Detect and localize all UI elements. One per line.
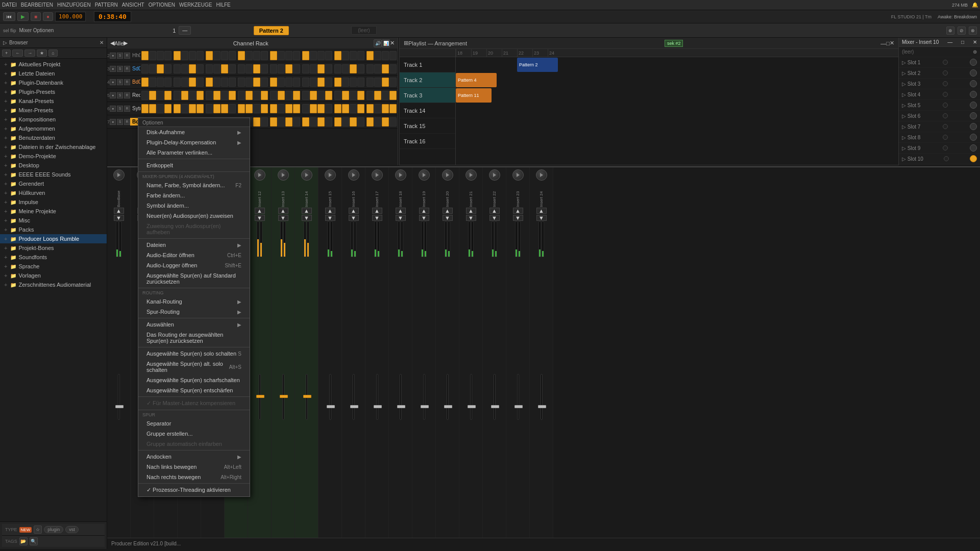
cm-entkoppelt[interactable]: Entkoppelt [138,160,250,170]
bmix-arrow-dn-14[interactable]: ▼ [443,215,453,221]
beat-4-28[interactable] [366,104,374,113]
slot-send-9[interactable] [944,156,949,161]
bmix-arrow-dn-18[interactable]: ▼ [536,215,547,221]
beat-4-11[interactable] [229,104,236,113]
beat-1-10[interactable] [221,64,228,73]
bmix-arrow-dn-8[interactable]: ▼ [302,215,312,221]
beat-5-24[interactable] [334,117,341,127]
cm-standard-zuruecksetzen[interactable]: Ausgewählte Spur(en) auf Standard zurück… [138,270,250,287]
beat-3-21[interactable] [310,91,317,100]
beat-2-22[interactable] [317,78,325,87]
beat-1-25[interactable] [342,64,349,73]
beat-2-11[interactable] [229,78,236,87]
cr-nav-right[interactable]: ▶ [124,40,128,46]
beat-2-14[interactable] [253,78,260,87]
cm-alle-parameter[interactable]: Alle Parameter verlinken... [138,147,250,158]
beat-0-5[interactable] [181,51,188,60]
beat-1-12[interactable] [238,64,245,73]
beat-1-4[interactable] [174,64,181,73]
browser-item-8[interactable]: +📁Benutzerdaten [0,133,107,142]
beat-0-22[interactable] [317,51,325,60]
beat-4-25[interactable] [342,104,349,113]
slot-send-1[interactable] [943,70,948,76]
beat-1-20[interactable] [302,64,309,73]
transport-rewind[interactable]: ⏮ [3,12,15,21]
pl-track-15[interactable]: Track 15 [400,118,455,134]
mixer-slot-4[interactable]: ▷ Slot 5 [899,100,980,111]
ch-name-3[interactable]: Reckles_DnB F6 [130,91,140,99]
toolbar-icon-1[interactable]: ⊕ [946,27,954,35]
vst-filter[interactable]: vst [65,526,79,533]
mixer-slot-5[interactable]: ▷ Slot 6 [899,111,980,121]
menu-werkzeuge[interactable]: WERKZEUGE [179,2,212,8]
mixer-slot-1[interactable]: ▷ Slot 2 [899,68,980,79]
slot-btn-5[interactable] [970,112,977,119]
cm-disk-aufnahme[interactable]: Disk-Aufnahme▶ [138,127,250,137]
beat-4-16[interactable] [270,104,277,113]
bmix-arrow-dn-13[interactable]: ▼ [419,215,429,221]
beat-4-20[interactable] [302,104,309,113]
bmix-arrow-dn-17[interactable]: ▼ [513,215,523,221]
beat-0-2[interactable] [157,51,164,60]
cm-kanal-routing[interactable]: Kanal-Routing▶ [138,296,250,307]
pattern-name-btn[interactable]: Pattern 2 [254,26,289,35]
bmix-send-12[interactable] [395,169,406,181]
plugin-filter[interactable]: plugin [44,526,63,533]
beat-2-3[interactable] [164,78,172,87]
bmix-arrow-dn-16[interactable]: ▼ [489,215,500,221]
beat-0-30[interactable] [382,51,389,60]
beat-4-10[interactable] [221,104,228,113]
beat-0-28[interactable] [366,51,374,60]
browser-bookmark-btn[interactable]: ★ [37,49,47,57]
cm-nach-links[interactable]: Nach links bewegenAlt+Left [138,462,250,472]
beat-4-26[interactable] [350,104,357,113]
browser-close-icon[interactable]: ✕ [100,40,104,45]
beat-1-21[interactable] [310,64,317,73]
bmix-arrow-up-0[interactable]: ▲ [114,208,124,214]
beat-0-13[interactable] [246,51,253,60]
beat-5-15[interactable] [261,117,268,127]
cm-symbol-aendern[interactable]: Symbol ändern... [138,201,250,211]
bmix-arrow-dn-9[interactable]: ▼ [325,215,335,221]
beat-0-25[interactable] [342,51,349,60]
browser-item-1[interactable]: +📁Letzte Dateien [0,69,107,78]
beat-4-30[interactable] [382,104,389,113]
menu-hinzufuegen[interactable]: HINZUFÜGEN [57,2,91,8]
bmix-arrow-up-11[interactable]: ▲ [372,208,382,214]
browser-item-19[interactable]: +📁Producer Loops Rumble [0,234,107,243]
bmix-fader-7[interactable] [280,395,288,398]
menu-datei[interactable]: DATEI [2,2,17,8]
browser-item-9[interactable]: +📁Dateien in der Zwischenablage [0,142,107,152]
beat-4-3[interactable] [164,104,172,113]
beat-3-14[interactable] [253,91,260,100]
cm-dateien[interactable]: Dateien▶ [138,240,250,250]
beat-2-13[interactable] [246,78,253,87]
beat-0-24[interactable] [334,51,341,60]
beat-5-26[interactable] [350,117,357,127]
cm-entschaerfen[interactable]: Ausgewählte Spur(en) entschärfen [138,385,250,395]
beat-2-10[interactable] [221,78,228,87]
beat-1-11[interactable] [229,64,236,73]
cm-auswaehlen[interactable]: Auswählen▶ [138,319,250,330]
empty-slot-btn[interactable]: (leer) [351,26,376,35]
browser-item-17[interactable]: +📁Misc [0,216,107,225]
mixer-slot-6[interactable]: ▷ Slot 7 [899,121,980,132]
ch-mute-3[interactable]: ● [110,92,116,98]
beat-3-8[interactable] [206,91,213,100]
cm-separator-item[interactable]: Separator [138,418,250,429]
menu-bearbeiten[interactable]: BEARBEITEN [21,2,53,8]
bmix-fader-6[interactable] [256,395,264,398]
bmix-send-13[interactable] [419,169,430,181]
beat-5-19[interactable] [293,117,300,127]
beat-0-21[interactable] [310,51,317,60]
beat-1-23[interactable] [325,64,332,73]
slot-send-2[interactable] [943,81,948,86]
beat-1-6[interactable] [189,64,196,73]
beat-3-12[interactable] [238,91,245,100]
bmix-send-7[interactable] [278,169,289,181]
beat-2-7[interactable] [197,78,204,87]
beat-2-27[interactable] [357,78,364,87]
beat-3-29[interactable] [374,91,381,100]
beat-3-3[interactable] [164,91,172,100]
mixer-slot-8[interactable]: ▷ Slot 9 [899,143,980,154]
